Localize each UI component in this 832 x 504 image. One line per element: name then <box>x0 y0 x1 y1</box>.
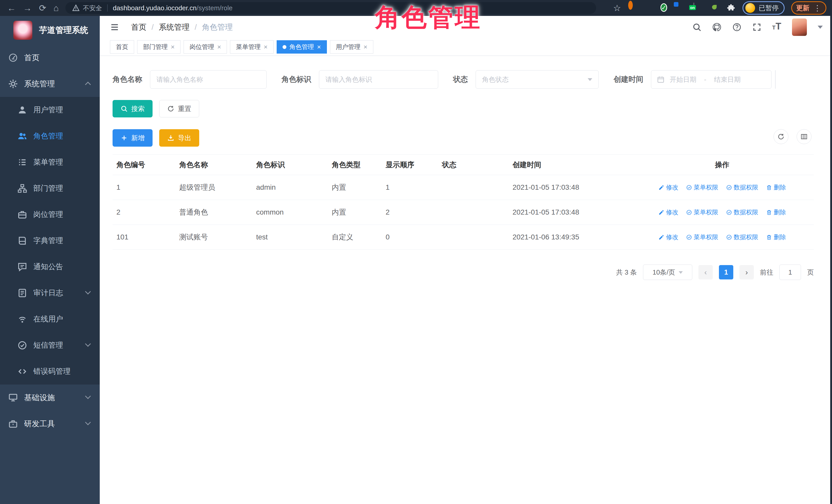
action-data-permission[interactable]: 数据权限 <box>726 208 758 216</box>
action-edit[interactable]: 修改 <box>658 233 678 241</box>
tab-close-icon[interactable]: × <box>217 43 221 51</box>
tab-close-icon[interactable]: × <box>171 43 175 51</box>
user-avatar[interactable] <box>792 19 807 36</box>
sidebar-item-dict-management[interactable]: 字典管理 <box>0 228 100 254</box>
search-icon[interactable] <box>692 23 702 32</box>
action-data-permission[interactable]: 数据权限 <box>726 183 758 191</box>
hamburger-icon[interactable] <box>110 23 119 32</box>
extension-icon[interactable] <box>644 3 654 13</box>
page-content: 角色名称 角色标识 状态 角色状态 创建时间 开始日期 - 结束日期 <box>100 56 832 280</box>
browser-back-icon[interactable]: ← <box>7 0 16 16</box>
fullscreen-icon[interactable] <box>752 23 761 32</box>
sidebar-item-role-management[interactable]: 角色管理 <box>0 123 100 149</box>
browser-reload-icon[interactable]: ⟳ <box>39 0 46 16</box>
sidebar-item-online-users[interactable]: 在线用户 <box>0 306 100 332</box>
sidebar-item-infrastructure[interactable]: 基础设施 <box>0 384 100 411</box>
browser-home-icon[interactable]: ⌂ <box>54 0 59 16</box>
chevron-down-icon <box>679 271 683 276</box>
avatar-caret-icon[interactable] <box>817 26 823 31</box>
browser-forward-icon[interactable]: → <box>23 0 32 16</box>
page-size-select[interactable]: 10条/页 <box>643 265 692 280</box>
action-delete[interactable]: 删除 <box>766 183 786 191</box>
extension-icon[interactable] <box>677 3 686 13</box>
action-edit[interactable]: 修改 <box>658 183 678 191</box>
start-date-placeholder: 开始日期 <box>670 75 696 84</box>
sidebar-item-home[interactable]: 首页 <box>0 45 100 71</box>
action-delete[interactable]: 删除 <box>766 208 786 216</box>
action-edit[interactable]: 修改 <box>658 208 678 216</box>
sidebar-item-notice[interactable]: 通知公告 <box>0 254 100 280</box>
sidebar-item-sms-management[interactable]: 短信管理 <box>0 332 100 359</box>
column-visibility-button[interactable] <box>797 129 811 144</box>
help-question-icon[interactable] <box>732 23 742 32</box>
tab-close-icon[interactable]: × <box>364 43 367 51</box>
tab-close-icon[interactable]: × <box>264 43 267 51</box>
browser-update-button[interactable]: 更新 ⋮ <box>791 1 826 15</box>
browser-menu-kebab-icon[interactable]: ⋮ <box>813 4 822 12</box>
page-1-button[interactable]: 1 <box>719 265 733 280</box>
sidebar: 芋道管理系统 首页 系统管理 用户管理 角色管理 菜单管理 部门管理 岗位管理 <box>0 16 100 504</box>
sidebar-item-dev-tools[interactable]: 研发工具 <box>0 411 100 437</box>
sidebar-item-system-management[interactable]: 系统管理 <box>0 71 100 97</box>
tab-menu-management[interactable]: 菜单管理 × <box>230 40 273 54</box>
tab-close-icon[interactable]: × <box>317 43 321 51</box>
role-name-input[interactable] <box>150 70 267 89</box>
address-bar[interactable]: 不安全 dashboard.yudao.iocoder.cn /system/r… <box>66 2 596 14</box>
window-edge <box>830 16 832 504</box>
tab-role-management[interactable]: 角色管理 × <box>277 40 327 54</box>
check-circle-icon <box>726 234 732 240</box>
sidebar-item-error-code[interactable]: 错误码管理 <box>0 359 100 384</box>
status-select[interactable]: 角色状态 <box>476 70 599 89</box>
breadcrumb-home[interactable]: 首页 <box>131 22 147 32</box>
extension-icon[interactable] <box>710 3 720 13</box>
not-secure-label[interactable]: 不安全 <box>83 4 102 12</box>
app-logo-row[interactable]: 芋道管理系统 <box>0 16 100 45</box>
page-suffix-label: 页 <box>807 268 814 277</box>
sidebar-item-user-management[interactable]: 用户管理 <box>0 97 100 123</box>
sidebar-item-audit-log[interactable]: 审计日志 <box>0 280 100 306</box>
create-time-label: 创建时间 <box>614 74 643 85</box>
sidebar-item-dept-management[interactable]: 部门管理 <box>0 175 100 202</box>
prev-page-button[interactable]: ‹ <box>698 265 713 280</box>
extension-icon[interactable]: ✓ <box>660 3 670 13</box>
cell-role-type: 内置 <box>328 183 382 192</box>
action-menu-permission[interactable]: 菜单权限 <box>686 183 719 191</box>
font-size-icon[interactable]: TT <box>772 22 781 33</box>
chevron-down-icon <box>85 341 91 347</box>
action-menu-permission[interactable]: 菜单权限 <box>686 208 719 216</box>
role-key-label: 角色标识 <box>282 74 311 85</box>
sidebar-item-menu-management[interactable]: 菜单管理 <box>0 149 100 175</box>
extensions-puzzle-icon[interactable] <box>726 3 736 13</box>
github-icon[interactable] <box>712 23 722 32</box>
bookmark-star-icon[interactable]: ☆ <box>613 3 621 13</box>
code-icon <box>18 367 27 376</box>
cell-created: 2021-01-05 17:03:48 <box>509 183 627 191</box>
table-row: 1 超级管理员 admin 内置 1 2021-01-05 17:03:48 修… <box>112 175 814 200</box>
refresh-icon <box>777 133 785 140</box>
goto-label: 前往 <box>760 268 773 277</box>
tab-post-management[interactable]: 岗位管理 × <box>184 40 227 54</box>
extension-icon[interactable]: on <box>693 3 703 13</box>
action-menu-permission[interactable]: 菜单权限 <box>686 233 719 241</box>
extension-icon[interactable] <box>628 3 638 13</box>
search-button[interactable]: 搜索 <box>112 100 153 117</box>
date-range-picker[interactable]: 开始日期 - 结束日期 <box>651 70 772 89</box>
tab-home[interactable]: 首页 <box>110 40 134 54</box>
refresh-table-button[interactable] <box>774 129 788 144</box>
breadcrumb-system[interactable]: 系统管理 <box>159 22 189 32</box>
system-management-submenu: 用户管理 角色管理 菜单管理 部门管理 岗位管理 字典管理 通知公告 审计日志 <box>0 97 100 384</box>
add-button[interactable]: 新增 <box>112 129 153 147</box>
action-data-permission[interactable]: 数据权限 <box>726 233 758 241</box>
divider <box>775 70 776 89</box>
export-button[interactable]: 导出 <box>159 129 199 147</box>
next-page-button[interactable]: › <box>739 265 754 280</box>
tab-dept-management[interactable]: 部门管理 × <box>137 40 181 54</box>
role-key-input[interactable] <box>319 70 438 89</box>
filter-actions: 搜索 重置 <box>112 100 822 117</box>
goto-page-input[interactable] <box>779 265 801 280</box>
tab-user-management[interactable]: 用户管理 × <box>330 40 373 54</box>
action-delete[interactable]: 删除 <box>766 233 786 241</box>
profile-paused-chip[interactable]: 已暂停 <box>743 1 785 15</box>
sidebar-item-post-management[interactable]: 岗位管理 <box>0 202 100 228</box>
reset-button[interactable]: 重置 <box>159 100 199 117</box>
